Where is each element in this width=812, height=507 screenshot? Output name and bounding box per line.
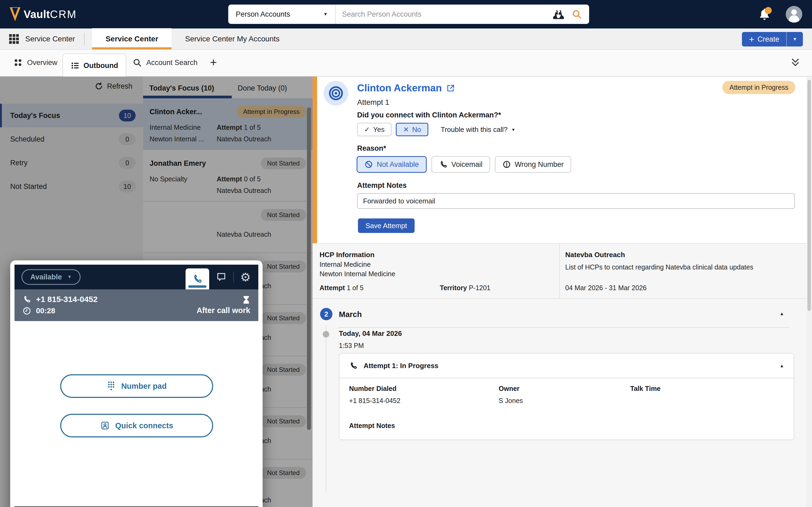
app-launcher-icon[interactable] [7,33,20,45]
agent-status-dropdown[interactable]: Available ▼ [21,269,80,285]
number-pad-button[interactable]: Number pad [60,374,213,398]
view-tab-row: Overview Outbound Account Search + [0,50,812,76]
save-attempt-button[interactable]: Save Attempt [358,218,415,233]
tab-outbound[interactable]: Outbound [63,53,126,77]
reason-voicemail-button[interactable]: Voicemail [432,156,490,173]
main-scrollbar-track[interactable] [807,76,812,507]
timeline-spine [326,326,326,492]
divider [84,33,84,45]
attempt-subtitle: Attempt 1 [357,98,389,107]
card-attempt-notes-label: Attempt Notes [349,422,395,430]
chevron-double-down-icon[interactable] [790,57,801,70]
search-input[interactable] [336,10,553,18]
add-tab-button[interactable]: + [210,56,217,69]
number-dialed-label: Number Dialed [349,385,499,393]
owner-value: S Jones [499,397,630,405]
list-icon [71,61,80,70]
attempt-notes-label: Attempt Notes [357,181,407,190]
reason-not-available-button[interactable]: Not Available [357,156,427,173]
timeline-time: 1:53 PM [339,342,364,349]
tab-account-search[interactable]: Account Search [132,58,198,67]
attempt-notes-input[interactable] [357,193,795,209]
phone-icon [22,295,31,303]
dialed-number: +1 815-314-0452 [36,295,98,304]
softphone-panel: Available ▼ ⚙ [10,260,263,507]
contact-name-link[interactable]: Clinton Ackerman [357,82,455,94]
reason-label: Reason* [357,144,386,153]
call-timer: 00:28 [36,306,55,315]
search-icon[interactable] [571,9,582,19]
external-link-icon [446,83,455,93]
hcp-territory: Territory P-1201 [440,284,491,292]
app-tab-row: Service Center Service Center Service Ce… [0,29,812,50]
tab-overview[interactable]: Overview [13,58,57,67]
attempt-card-header[interactable]: Attempt 1: In Progress [339,353,794,378]
attempt-history-card: Attempt 1: In Progress ▲ Number Dialed +… [339,353,794,440]
chat-icon[interactable] [215,265,227,289]
yes-button[interactable]: ✓Yes [357,123,391,136]
global-search: Person Accounts ▼ [228,5,589,24]
talk-time-value [630,397,784,405]
campaign-title: Natevba Outreach [565,251,791,259]
active-call-bar: +1 815-314-0452 00:28 After call work [14,289,258,321]
hcp-info-title: HCP Information [319,251,551,259]
app-name: Service Center [25,35,75,43]
overview-icon [13,58,23,67]
chevron-down-icon: ▼ [67,274,72,280]
info-strip: HCP Information Internal Medicine Newton… [313,243,807,299]
softphone-header: Available ▼ ⚙ [14,265,258,289]
create-dropdown-button[interactable]: ▼ [786,32,803,47]
clock-icon [22,306,31,315]
phone-icon [439,160,448,169]
active-call-accent-bar [313,76,317,243]
create-button[interactable]: +Create [742,32,786,47]
vault-logo-icon [10,7,20,21]
chevron-down-icon: ▼ [323,12,328,17]
divider [559,244,560,298]
user-avatar[interactable] [786,6,802,22]
notifications-bell[interactable] [758,7,771,21]
binoculars-icon[interactable] [553,9,564,19]
x-icon: ✕ [403,125,409,134]
no-button[interactable]: ✕No [396,123,428,136]
gear-icon[interactable]: ⚙ [240,265,251,289]
connect-question: Did you connect with Clinton Ackerman?* [357,111,501,119]
notification-badge [765,7,772,14]
divider [339,327,789,328]
main-scrollbar-thumb[interactable] [807,80,811,311]
month-count-badge: 2 [320,308,332,320]
call-state-label: After call work [197,306,250,315]
agent-status-value: Available [30,273,62,281]
divider [233,272,234,282]
collapse-month-icon[interactable]: ▲ [779,311,784,317]
hourglass-icon [242,295,250,304]
hcp-attempt-count: Attempt 1 of 5 [319,284,364,292]
app-window: VaultCRM Person Accounts ▼ [0,0,812,507]
dialpad-icon [107,381,116,391]
month-header: March [339,310,362,319]
softphone-body: Number pad Quick connects [14,321,258,506]
search-scope-value: Person Accounts [236,10,290,18]
collapse-card-icon[interactable]: ▲ [779,363,784,369]
phone-tab[interactable] [186,268,209,289]
attempt-detail-panel: Clinton Ackerman Attempt in Progress Att… [313,76,812,507]
quick-connects-button[interactable]: Quick connects [60,414,213,437]
target-avatar [324,81,348,106]
divider [339,378,794,378]
reason-wrong-number-button[interactable]: Wrong Number [495,156,571,173]
talk-time-label: Talk Time [630,385,784,393]
chevron-down-icon: ▼ [511,127,515,132]
timeline-dot [323,331,329,337]
vault-crm-logo: VaultCRM [10,0,77,29]
owner-label: Owner [499,385,630,393]
search-scope-dropdown[interactable]: Person Accounts ▼ [228,5,335,24]
alert-circle-icon [502,160,511,169]
campaign-dates: 04 Mar 2026 - 31 Mar 2026 [565,284,646,292]
top-navbar: VaultCRM Person Accounts ▼ [0,0,812,29]
tab-service-center-my-accounts[interactable]: Service Center My Accounts [172,28,293,49]
contact-card-icon [100,421,110,431]
tab-service-center[interactable]: Service Center [92,28,172,49]
hcp-specialty: Internal Medicine [319,261,551,268]
campaign-description: List of HCPs to contact regarding Natevb… [565,263,791,271]
trouble-dropdown[interactable]: Trouble with this call?▼ [441,125,515,134]
